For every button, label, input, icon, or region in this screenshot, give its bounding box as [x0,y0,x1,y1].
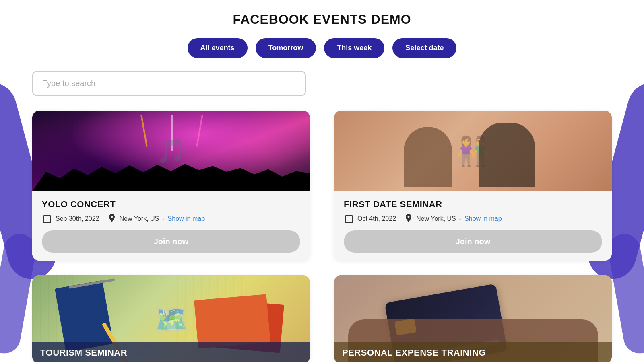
separator-seminar: - [459,215,461,222]
filter-this-week[interactable]: This week [324,38,384,58]
event-date-concert: Sep 30th, 2022 [42,214,99,224]
event-image-tourism: TOURISM SEMINAR [32,275,310,362]
join-button-seminar[interactable]: Join now [344,230,602,253]
bottom-card-title-tourism: TOURISM SEMINAR [32,342,310,362]
event-card-seminar: FIRST DATE SEMINAR Oct 4th, 2022 [334,111,612,261]
event-location-seminar: New York, US - Show in map [404,214,502,223]
event-card-expense: PERSONAL EXPENSE TRAINING [334,275,612,362]
bottom-card-title-expense: PERSONAL EXPENSE TRAINING [334,342,612,362]
search-input[interactable] [32,71,306,96]
join-button-concert[interactable]: Join now [42,230,300,253]
filter-tomorrow[interactable]: Tomorrow [256,38,316,58]
event-title-concert: YOLO CONCERT [42,199,300,210]
filter-bar: All events Tomorrow This week Select dat… [32,38,612,58]
location-icon-seminar [404,214,413,223]
separator-concert: - [162,215,164,222]
show-in-map-concert[interactable]: Show in map [168,215,205,222]
events-grid: YOLO CONCERT Sep 30th, 2022 [32,111,612,362]
event-image-concert [32,111,310,191]
event-location-text-seminar: New York, US [416,215,456,222]
calendar-icon-concert [42,214,52,224]
event-card-tourism: TOURISM SEMINAR [32,275,310,362]
event-title-seminar: FIRST DATE SEMINAR [344,199,602,210]
calendar-icon-seminar [344,214,354,224]
location-icon-concert [107,214,116,223]
filter-all-events[interactable]: All events [188,38,248,58]
show-in-map-seminar[interactable]: Show in map [464,215,502,222]
svg-rect-0 [43,216,51,223]
event-date-text-concert: Sep 30th, 2022 [56,215,99,222]
event-date-text-seminar: Oct 4th, 2022 [357,215,396,222]
event-date-seminar: Oct 4th, 2022 [344,214,396,224]
event-location-text-concert: New York, US [120,215,159,222]
event-meta-seminar: Oct 4th, 2022 New York, US - Show in map [344,214,602,224]
event-card-yolo-concert: YOLO CONCERT Sep 30th, 2022 [32,111,310,261]
page-title: FACEBOOK EVENTS DEMO [32,12,612,27]
svg-rect-4 [345,216,353,223]
event-image-seminar [334,111,612,191]
event-location-concert: New York, US - Show in map [107,214,205,223]
event-meta-concert: Sep 30th, 2022 New York, US - Show in ma… [42,214,300,224]
search-bar-wrapper [32,71,612,96]
filter-select-date[interactable]: Select date [392,38,456,58]
event-card-body-seminar: FIRST DATE SEMINAR Oct 4th, 2022 [334,191,612,261]
event-card-body-concert: YOLO CONCERT Sep 30th, 2022 [32,191,310,261]
event-image-expense: PERSONAL EXPENSE TRAINING [334,275,612,362]
